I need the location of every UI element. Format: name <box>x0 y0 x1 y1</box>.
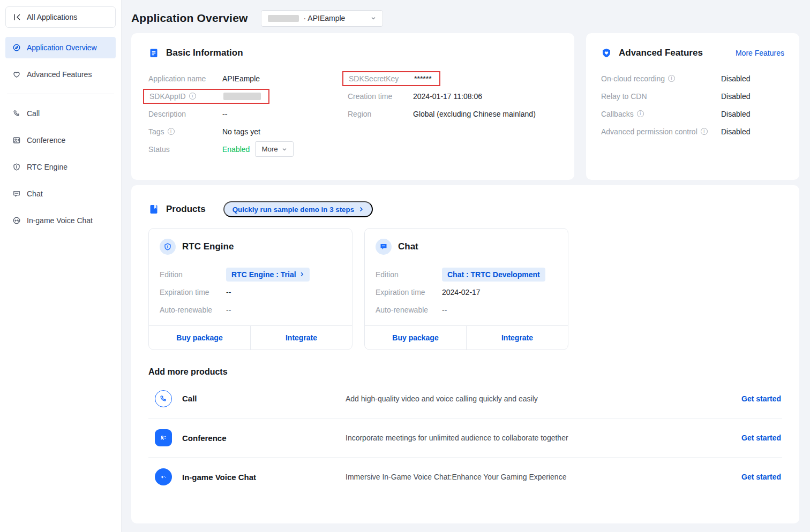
sidebar-item-label: RTC Engine <box>27 163 68 171</box>
more-features-link[interactable]: More Features <box>736 49 784 57</box>
feature-label: Relay to CDN <box>601 92 647 101</box>
feature-row: On-cloud recording Disabled <box>601 70 784 87</box>
basic-information-header: Basic Information <box>148 48 557 58</box>
product-actions: Buy package Integrate <box>365 325 568 349</box>
product-name: Call <box>182 394 346 403</box>
sidebar-item-application-overview[interactable]: Application Overview <box>5 37 116 58</box>
chat-bubble-icon <box>376 239 392 255</box>
info-icon[interactable] <box>168 128 175 135</box>
red-highlight-frame: SDKAppID <box>143 89 269 104</box>
redacted-app-id <box>268 15 299 22</box>
advanced-features-header: Advanced Features More Features <box>601 48 784 58</box>
field-label: Expiration time <box>160 288 226 297</box>
integrate-button[interactable]: Integrate <box>250 326 352 349</box>
application-selector-dropdown[interactable]: · APIEample <box>261 10 383 27</box>
sdksecretkey-value: ****** <box>414 74 432 83</box>
edition-row: Edition RTC Engine : Trial <box>160 265 341 283</box>
expiration-value: 2024-02-17 <box>442 288 481 297</box>
all-applications-button[interactable]: All Applications <box>5 6 116 28</box>
conference-icon <box>12 136 21 145</box>
buy-package-button[interactable]: Buy package <box>365 326 466 349</box>
info-icon[interactable] <box>637 110 644 117</box>
field-label: Status <box>148 145 222 154</box>
info-icon[interactable] <box>668 75 675 82</box>
add-product-row-conference: Conference Incorporate meetings for unli… <box>148 418 782 457</box>
feature-status: Disabled <box>721 74 784 83</box>
shield-heart-icon <box>601 48 612 58</box>
application-name-row: Application name APIEample <box>148 70 348 87</box>
get-started-link[interactable]: Get started <box>741 473 781 481</box>
sidebar-item-call[interactable]: Call <box>5 103 116 124</box>
product-actions: Buy package Integrate <box>149 325 352 349</box>
rtc-engine-product-card: RTC Engine Edition RTC Engine : Trial <box>148 228 352 350</box>
status-row: Status Enabled More <box>148 140 348 158</box>
sidebar-item-label: Conference <box>27 136 65 145</box>
add-product-row-call: Call Add high-quality video and voice ca… <box>148 379 782 418</box>
integrate-button[interactable]: Integrate <box>466 326 568 349</box>
sdksecretkey-row: SDKSecretKey ****** <box>348 70 557 87</box>
sidebar-item-label: Application Overview <box>27 43 97 52</box>
region-value: Global (excluding Chinese mainland) <box>413 110 536 118</box>
edition-row: Edition Chat : TRTC Development <box>376 265 557 283</box>
chevron-down-icon <box>282 147 287 152</box>
sidebar-item-in-game-voice-chat[interactable]: In-game Voice Chat <box>5 210 116 231</box>
status-more-button[interactable]: More <box>255 141 293 157</box>
product-description: Incorporate meetings for unlimited audie… <box>346 434 741 442</box>
auto-renewable-row: Auto-renewable -- <box>376 301 557 318</box>
get-started-link[interactable]: Get started <box>741 394 781 403</box>
run-sample-demo-button[interactable]: Quickly run sample demo in 3 steps <box>223 201 373 217</box>
expiration-row: Expiration time 2024-02-17 <box>376 283 557 301</box>
products-card: Products Quickly run sample demo in 3 st… <box>131 185 799 523</box>
all-applications-label: All Applications <box>27 13 77 21</box>
field-label: SDKSecretKey <box>349 74 414 83</box>
sidebar-item-label: Call <box>27 109 40 118</box>
info-icon[interactable] <box>701 128 708 135</box>
field-label: Description <box>148 110 222 118</box>
red-highlight-frame: SDKSecretKey ****** <box>342 71 440 86</box>
product-cards-row: RTC Engine Edition RTC Engine : Trial <box>148 228 782 350</box>
main-content: Application Overview · APIEample Basic I… <box>122 0 810 532</box>
sidebar-nav: Application Overview Advanced Features C… <box>5 37 116 231</box>
product-header: Chat <box>376 239 557 255</box>
feature-label: Callbacks <box>601 110 644 118</box>
field-label: Tags <box>148 127 222 136</box>
heart-badge-icon <box>12 70 21 79</box>
sidebar-item-conference[interactable]: Conference <box>5 130 116 151</box>
edition-badge[interactable]: RTC Engine : Trial <box>226 268 310 282</box>
chevron-down-icon <box>371 16 376 21</box>
get-started-link[interactable]: Get started <box>741 434 781 442</box>
gamepad-icon <box>155 468 172 485</box>
products-header: Products Quickly run sample demo in 3 st… <box>148 201 782 217</box>
back-icon <box>13 13 21 21</box>
sidebar-divider <box>7 94 114 94</box>
sidebar: All Applications Application Overview Ad… <box>0 0 122 532</box>
card-title: Advanced Features <box>619 48 703 58</box>
gamepad-icon <box>12 216 21 225</box>
chat-product-card: Chat Edition Chat : TRTC Development Exp… <box>364 228 568 350</box>
buy-package-button[interactable]: Buy package <box>149 326 250 349</box>
basic-information-fields: Application name APIEample SDKAppID <box>148 70 557 158</box>
edition-badge[interactable]: Chat : TRTC Development <box>442 268 545 282</box>
sidebar-item-rtc-engine[interactable]: RTC Engine <box>5 156 116 178</box>
expiration-value: -- <box>226 288 231 297</box>
phone-icon <box>155 390 172 407</box>
field-label: Edition <box>376 270 442 279</box>
sidebar-item-label: In-game Voice Chat <box>27 216 93 225</box>
sidebar-item-advanced-features[interactable]: Advanced Features <box>5 64 116 85</box>
book-icon <box>148 204 159 215</box>
info-icon[interactable] <box>189 93 196 100</box>
tags-value: No tags yet <box>222 127 260 136</box>
feature-row: Relay to CDN Disabled <box>601 87 784 105</box>
field-label: Edition <box>160 270 226 279</box>
auto-renewable-value: -- <box>442 306 447 314</box>
creation-time-value: 2024-01-17 11:08:06 <box>413 92 482 101</box>
auto-renewable-row: Auto-renewable -- <box>160 301 341 318</box>
field-label: Application name <box>148 74 222 83</box>
sidebar-item-chat[interactable]: Chat <box>5 183 116 204</box>
card-title: Basic Information <box>166 48 243 58</box>
shield-icon <box>12 163 21 171</box>
advanced-features-list: On-cloud recording Disabled Relay to CDN… <box>601 70 784 140</box>
region-row: Region Global (excluding Chinese mainlan… <box>348 105 557 123</box>
description-value: -- <box>222 110 227 118</box>
field-label: Expiration time <box>376 288 442 297</box>
